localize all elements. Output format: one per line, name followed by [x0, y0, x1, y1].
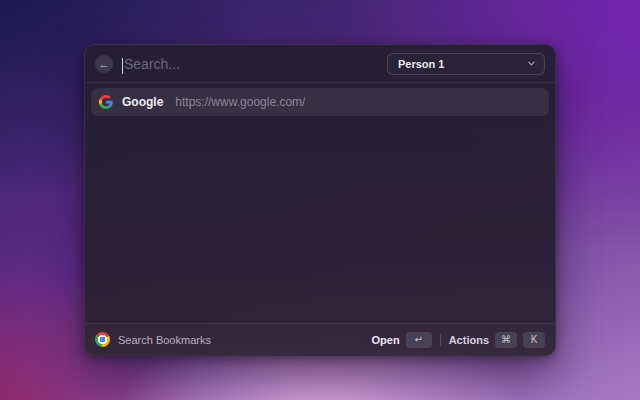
header: ← Person 1 [85, 45, 555, 82]
actions-button[interactable]: Actions [449, 334, 489, 346]
footer: Search Bookmarks Open ↵ Actions ⌘ K [85, 323, 555, 355]
text-caret [122, 58, 123, 74]
person-dropdown[interactable]: Person 1 [387, 53, 545, 75]
footer-actions: Open ↵ Actions ⌘ K [372, 332, 545, 348]
list-item-title: Google [122, 95, 163, 109]
search-field-wrap [122, 56, 378, 72]
footer-divider [440, 334, 441, 346]
chevron-down-icon [527, 59, 536, 68]
desktop-background: ← Person 1 [0, 0, 640, 400]
google-favicon-icon [99, 95, 113, 109]
results-list: Google https://www.google.com/ [85, 83, 555, 323]
back-button[interactable]: ← [95, 55, 113, 73]
list-item[interactable]: Google https://www.google.com/ [91, 88, 549, 116]
command-key-icon: ⌘ [495, 332, 517, 348]
chrome-icon [95, 332, 110, 347]
list-item-subtitle: https://www.google.com/ [175, 95, 305, 109]
dropdown-value: Person 1 [398, 58, 444, 70]
back-arrow-icon: ← [99, 55, 110, 73]
launcher-window: ← Person 1 [84, 44, 556, 356]
footer-app-label: Search Bookmarks [118, 334, 211, 346]
return-key-icon: ↵ [406, 332, 432, 348]
search-input[interactable] [122, 56, 378, 72]
open-label[interactable]: Open [372, 334, 400, 346]
k-key-icon: K [523, 332, 545, 348]
